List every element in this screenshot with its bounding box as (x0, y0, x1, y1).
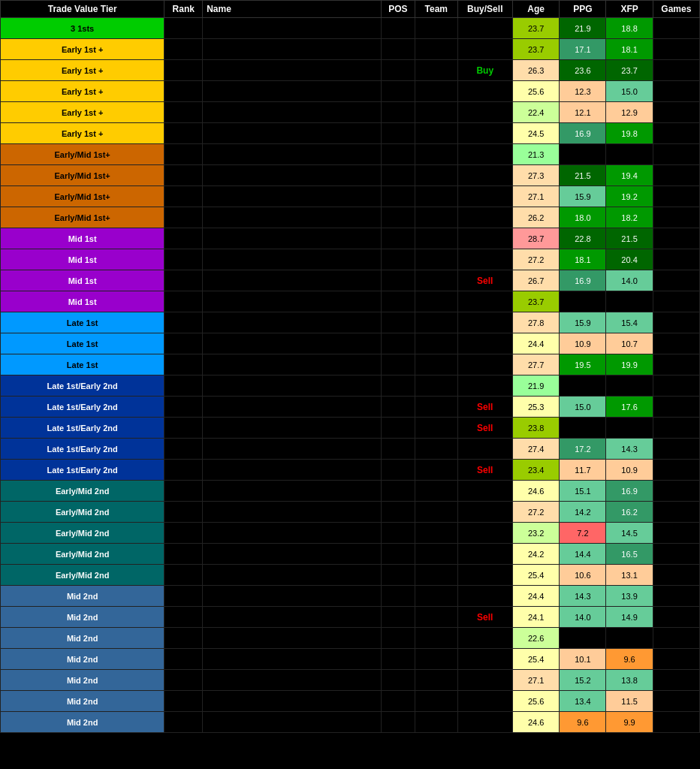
buysell-cell (457, 649, 513, 670)
xfp-cell: 13.8 (606, 670, 653, 691)
xfp-cell: 23.7 (606, 60, 653, 81)
name-cell (203, 60, 382, 81)
rank-cell (164, 60, 203, 81)
header-ppg: PPG (560, 1, 606, 18)
age-cell: 23.4 (513, 460, 560, 481)
age-cell: 24.5 (513, 123, 560, 144)
table-row: Late 1st24.410.910.7 (1, 333, 700, 354)
team-cell (415, 333, 457, 354)
buysell-cell (457, 39, 513, 60)
team-cell (415, 691, 457, 712)
table-row: Mid 2nd25.613.411.5 (1, 691, 700, 712)
games-cell (653, 439, 699, 460)
buysell-cell (457, 186, 513, 207)
buysell-cell (457, 249, 513, 270)
tier-cell: Late 1st (1, 354, 164, 375)
games-cell (653, 81, 699, 102)
pos-cell (381, 670, 415, 691)
header-name: Name (203, 1, 382, 18)
name-cell (203, 418, 382, 439)
name-cell (203, 397, 382, 418)
pos-cell (381, 60, 415, 81)
table-row: Mid 2nd24.414.313.9 (1, 586, 700, 607)
pos-cell (381, 102, 415, 123)
xfp-cell: 9.6 (606, 649, 653, 670)
rank-cell (164, 102, 203, 123)
rank-cell (164, 397, 203, 418)
pos-cell (381, 523, 415, 544)
buysell-cell (457, 81, 513, 102)
age-cell: 23.2 (513, 523, 560, 544)
table-row: Mid 2ndSell24.114.014.9 (1, 607, 700, 628)
name-cell (203, 333, 382, 354)
name-cell (203, 18, 382, 39)
buysell-cell (457, 375, 513, 397)
name-cell (203, 312, 382, 333)
xfp-cell: 18.2 (606, 207, 653, 228)
xfp-cell: 14.0 (606, 270, 653, 291)
pos-cell (381, 586, 415, 607)
ppg-cell: 22.8 (560, 228, 606, 249)
team-cell (415, 649, 457, 670)
games-cell (653, 354, 699, 375)
tier-cell: Early/Mid 1st+ (1, 144, 164, 165)
table-row: Late 1st/Early 2nd27.417.214.3 (1, 439, 700, 460)
age-cell: 27.3 (513, 165, 560, 186)
pos-cell (381, 144, 415, 165)
buysell-cell (457, 712, 513, 733)
age-cell: 27.4 (513, 439, 560, 460)
buysell-cell (457, 523, 513, 544)
ppg-cell: 14.2 (560, 502, 606, 523)
name-cell (203, 502, 382, 523)
rank-cell (164, 81, 203, 102)
rank-cell (164, 375, 203, 397)
tier-cell: Early/Mid 2nd (1, 481, 164, 502)
games-cell (653, 628, 699, 649)
buysell-cell (457, 165, 513, 186)
header-pos: POS (381, 1, 415, 18)
xfp-cell: 16.5 (606, 544, 653, 565)
pos-cell (381, 375, 415, 397)
buysell-cell: Sell (457, 270, 513, 291)
name-cell (203, 81, 382, 102)
age-cell: 24.4 (513, 333, 560, 354)
xfp-cell: 13.9 (606, 586, 653, 607)
rank-cell (164, 544, 203, 565)
team-cell (415, 354, 457, 375)
pos-cell (381, 544, 415, 565)
team-cell (415, 186, 457, 207)
age-cell: 27.1 (513, 186, 560, 207)
name-cell (203, 523, 382, 544)
table-row: Late 1st/Early 2ndSell23.411.710.9 (1, 460, 700, 481)
tier-cell: Early/Mid 1st+ (1, 207, 164, 228)
xfp-cell: 14.3 (606, 439, 653, 460)
name-cell (203, 207, 382, 228)
ppg-cell: 14.3 (560, 586, 606, 607)
table-row: Early/Mid 1st+27.115.919.2 (1, 186, 700, 207)
ppg-cell: 15.0 (560, 397, 606, 418)
tier-cell: Mid 2nd (1, 628, 164, 649)
tier-cell: Mid 2nd (1, 649, 164, 670)
xfp-cell: 15.0 (606, 81, 653, 102)
xfp-cell: 10.9 (606, 460, 653, 481)
buysell-cell (457, 333, 513, 354)
xfp-cell: 14.9 (606, 607, 653, 628)
pos-cell (381, 481, 415, 502)
games-cell (653, 60, 699, 81)
tier-cell: Early 1st + (1, 123, 164, 144)
pos-cell (381, 18, 415, 39)
rank-cell (164, 586, 203, 607)
ppg-cell: 12.1 (560, 102, 606, 123)
pos-cell (381, 712, 415, 733)
age-cell: 25.6 (513, 691, 560, 712)
age-cell: 24.4 (513, 586, 560, 607)
name-cell (203, 607, 382, 628)
rank-cell (164, 481, 203, 502)
table-row: Late 1st/Early 2ndSell25.315.017.6 (1, 397, 700, 418)
xfp-cell: 10.7 (606, 333, 653, 354)
pos-cell (381, 691, 415, 712)
games-cell (653, 375, 699, 397)
age-cell: 23.8 (513, 418, 560, 439)
table-row: 3 1sts23.721.918.8 (1, 18, 700, 39)
table-row: Early/Mid 2nd25.410.613.1 (1, 565, 700, 586)
